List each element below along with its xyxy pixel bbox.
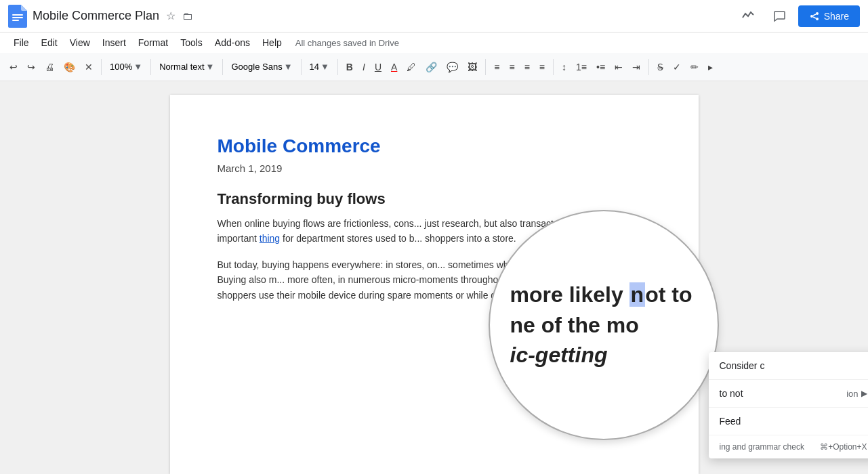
zoom-value: 100% xyxy=(110,62,132,72)
svg-rect-0 xyxy=(12,14,23,16)
svg-point-3 xyxy=(810,15,813,18)
saved-status: All changes saved in Drive xyxy=(295,38,399,48)
toolbar-expand-button[interactable]: ▸ xyxy=(704,56,717,78)
document-heading-title: Mobile Commerce xyxy=(218,135,651,157)
doc-link-there[interactable]: there xyxy=(569,218,591,229)
share-button[interactable]: Share xyxy=(798,5,860,27)
font-caret: ▼ xyxy=(284,62,293,72)
svg-rect-1 xyxy=(12,17,23,18)
undo-button[interactable]: ↩ xyxy=(5,56,22,78)
context-submenu-arrow: ▶ xyxy=(861,389,867,398)
separator-7 xyxy=(553,59,554,75)
highlight-button[interactable]: 🖊 xyxy=(402,56,420,78)
zoom-caret: ▼ xyxy=(133,62,142,72)
activity-icon[interactable] xyxy=(736,4,760,28)
svg-line-7 xyxy=(813,17,816,18)
indent-decrease-button[interactable]: ⇤ xyxy=(611,56,627,78)
magnifier-line-2: ne of the mo xyxy=(510,310,639,341)
fontsize-value: 14 xyxy=(310,62,319,72)
document-area: Mobile Commerce March 1, 2019 Transformi… xyxy=(0,81,868,474)
bullet-list-button[interactable]: •≡ xyxy=(592,56,609,78)
folder-icon[interactable]: 🗀 xyxy=(181,9,194,24)
menu-tools[interactable]: Tools xyxy=(175,35,208,51)
align-center-button[interactable]: ≡ xyxy=(505,56,519,78)
more-options-button[interactable]: ✏ xyxy=(686,56,703,78)
separator-2 xyxy=(150,59,151,75)
context-item-label-1: Consider c xyxy=(720,360,765,371)
separator-3 xyxy=(222,59,223,75)
italic-button[interactable]: I xyxy=(358,56,369,78)
context-menu-item-1[interactable]: Consider c xyxy=(709,352,869,380)
menu-addons[interactable]: Add-ons xyxy=(209,35,255,51)
magnifier-line-3: ic-getting xyxy=(510,340,608,370)
format-clear-button[interactable]: ✕ xyxy=(81,56,97,78)
fontsize-dropdown[interactable]: 14 ▼ xyxy=(306,56,333,78)
separator-6 xyxy=(485,59,486,75)
image-button[interactable]: 🖼 xyxy=(463,56,481,78)
star-icon[interactable]: ☆ xyxy=(165,8,177,24)
context-menu: Consider c to not ion ▶ Feed ing and gra… xyxy=(709,352,869,458)
style-caret: ▼ xyxy=(206,62,215,72)
zoom-dropdown[interactable]: 100% ▼ xyxy=(106,56,146,78)
menu-insert[interactable]: Insert xyxy=(97,35,131,51)
redo-button[interactable]: ↪ xyxy=(23,56,39,78)
print-button[interactable]: 🖨 xyxy=(41,56,58,78)
menu-file[interactable]: File xyxy=(8,35,35,51)
style-dropdown[interactable]: Normal text ▼ xyxy=(155,56,218,78)
menu-edit[interactable]: Edit xyxy=(36,35,63,51)
fontsize-caret: ▼ xyxy=(321,62,329,72)
title-actions: ☆ 🗀 xyxy=(165,8,194,24)
doc-link-thing[interactable]: thing xyxy=(260,233,280,244)
context-menu-footer[interactable]: ing and grammar check ⌘+Option+X xyxy=(709,435,869,458)
align-justify-button[interactable]: ≡ xyxy=(535,56,549,78)
svg-line-6 xyxy=(813,14,816,16)
docs-icon xyxy=(8,5,27,28)
indent-increase-button[interactable]: ⇥ xyxy=(628,56,644,78)
underline-button[interactable]: U xyxy=(371,56,386,78)
document-section-heading: Transforming buy flows xyxy=(218,190,651,208)
title-bar: Mobile Commerce Plan ☆ 🗀 Share xyxy=(0,0,868,33)
context-menu-item-2[interactable]: to not ion ▶ xyxy=(709,380,869,408)
spell-check-button[interactable]: ✓ xyxy=(669,56,685,78)
text-color-button[interactable]: A xyxy=(387,56,401,78)
context-item-label-2: to not xyxy=(720,388,743,399)
svg-point-5 xyxy=(816,18,819,20)
menu-view[interactable]: View xyxy=(64,35,96,51)
context-item-sub-2: ion xyxy=(846,389,858,399)
document-scroll[interactable]: Mobile Commerce March 1, 2019 Transformi… xyxy=(0,81,868,474)
strikethrough-button[interactable]: S̶ xyxy=(653,56,667,78)
footer-shortcut: ⌘+Option+X xyxy=(820,442,867,452)
style-value: Normal text xyxy=(159,62,204,72)
menu-bar: File Edit View Insert Format Tools Add-o… xyxy=(0,33,868,53)
header-right: Share xyxy=(736,4,860,28)
link-button[interactable]: 🔗 xyxy=(421,56,441,78)
align-right-button[interactable]: ≡ xyxy=(520,56,534,78)
menu-help[interactable]: Help xyxy=(257,35,287,51)
separator-8 xyxy=(648,59,649,75)
share-label: Share xyxy=(824,11,849,22)
font-value: Google Sans xyxy=(231,62,282,72)
align-left-button[interactable]: ≡ xyxy=(490,56,503,78)
separator-1 xyxy=(101,59,102,75)
document-paragraph-2: But today, buying happens everywhere: in… xyxy=(218,257,651,303)
bold-button[interactable]: B xyxy=(342,56,357,78)
line-spacing-button[interactable]: ↕ xyxy=(558,56,571,78)
toolbar: ↩ ↪ 🖨 🎨 ✕ 100% ▼ Normal text ▼ Google Sa… xyxy=(0,53,868,81)
svg-point-4 xyxy=(816,12,819,15)
numbered-list-button[interactable]: 1≡ xyxy=(572,56,591,78)
context-menu-item-3[interactable]: Feed xyxy=(709,408,869,435)
menu-format[interactable]: Format xyxy=(133,35,173,51)
document-date: March 1, 2019 xyxy=(218,163,651,174)
separator-4 xyxy=(301,59,302,75)
document-page: Mobile Commerce March 1, 2019 Transformi… xyxy=(170,95,699,474)
paint-format-button[interactable]: 🎨 xyxy=(60,56,79,78)
document-title: Mobile Commerce Plan xyxy=(33,9,159,23)
font-dropdown[interactable]: Google Sans ▼ xyxy=(227,56,296,78)
comments-icon[interactable] xyxy=(767,4,791,28)
context-item-label-3: Feed xyxy=(720,416,741,427)
comment-button[interactable]: 💬 xyxy=(442,56,462,78)
svg-rect-2 xyxy=(12,20,19,21)
document-paragraph-1: When online buying flows are frictionles… xyxy=(218,216,651,246)
separator-5 xyxy=(337,59,338,75)
doc-link-learn[interactable]: learn xyxy=(584,274,605,285)
